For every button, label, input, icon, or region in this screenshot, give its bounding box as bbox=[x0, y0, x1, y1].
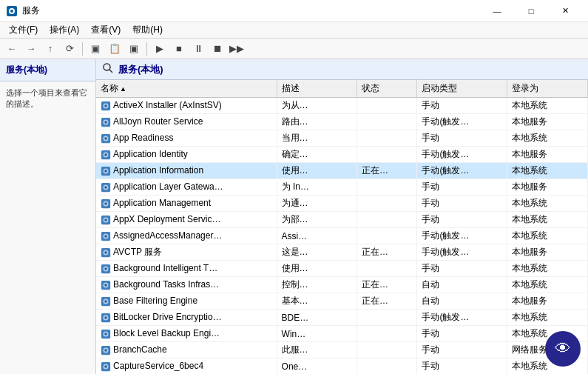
cell-name: Base Filtering Engine bbox=[96, 293, 277, 310]
cell-name: Application Identity bbox=[96, 147, 277, 163]
pause-service-button[interactable]: ⏸ bbox=[189, 41, 207, 57]
svg-point-2 bbox=[10, 10, 13, 13]
table-row[interactable]: ActiveX Installer (AxInstSV) 为从… 手动 本地系统 bbox=[96, 98, 588, 114]
svg-point-16 bbox=[104, 153, 107, 156]
cell-status bbox=[357, 310, 417, 326]
cell-name: ActiveX Installer (AxInstSV) bbox=[96, 98, 277, 114]
stop-service-button[interactable]: ■ bbox=[170, 41, 188, 57]
services-header: 服务(本地) bbox=[96, 59, 588, 80]
cell-desc: 确定… bbox=[277, 147, 356, 163]
col-header-desc[interactable]: 描述 bbox=[277, 80, 356, 98]
cell-startup: 手动(触发… bbox=[417, 114, 507, 130]
table-row[interactable]: BranchCache 此服… 手动 网络服务 bbox=[96, 342, 588, 358]
cell-startup: 手动 bbox=[417, 98, 507, 114]
cell-name: Application Layer Gatewa… bbox=[96, 179, 277, 196]
cell-desc: BDE… bbox=[277, 310, 356, 326]
forward-button[interactable]: → bbox=[22, 41, 40, 57]
cell-desc: One… bbox=[277, 358, 356, 375]
restart-service-button[interactable]: ▶▶ bbox=[228, 41, 246, 57]
menu-help[interactable]: 帮助(H) bbox=[126, 22, 169, 38]
table-row[interactable]: AppX Deployment Servic… 为部… 手动 本地系统 bbox=[96, 212, 588, 228]
help-button[interactable]: ▣ bbox=[125, 41, 143, 57]
table-row[interactable]: AllJoyn Router Service 路由… 手动(触发… 本地服务 bbox=[96, 114, 588, 130]
show-hide-button[interactable]: ▣ bbox=[87, 41, 104, 57]
services-header-icon bbox=[102, 62, 114, 76]
table-row[interactable]: CaptureService_6bec4 One… 手动 本地系统 bbox=[96, 358, 588, 375]
up-button[interactable]: ↑ bbox=[41, 41, 59, 57]
watermark-overlay: 👁 bbox=[545, 331, 581, 367]
table-row[interactable]: Application Management 为通… 手动 本地系统 bbox=[96, 196, 588, 212]
services-header-title: 服务(本地) bbox=[118, 63, 163, 76]
col-header-name[interactable]: 名称▲ bbox=[96, 80, 277, 98]
cell-status bbox=[357, 98, 417, 114]
resume-service-button[interactable]: ⏹ bbox=[209, 41, 226, 57]
table-row[interactable]: BitLocker Drive Encryptio… BDE… 手动(触发… 本… bbox=[96, 310, 588, 326]
maximize-button[interactable]: □ bbox=[514, 0, 548, 22]
cell-startup: 手动 bbox=[417, 130, 507, 147]
right-pane: 服务(本地) 名称▲ 描述 状态 bbox=[96, 59, 588, 374]
cell-logon: 本地系统 bbox=[507, 163, 588, 179]
cell-logon: 本地服务 bbox=[507, 114, 588, 130]
cell-startup: 手动(触发… bbox=[417, 244, 507, 261]
title-bar: 服务 — □ ✕ bbox=[0, 0, 588, 22]
separator-1 bbox=[82, 42, 83, 56]
col-header-status[interactable]: 状态 bbox=[357, 80, 417, 98]
table-row[interactable]: AVCTP 服务 这是… 正在… 手动(触发… 本地服务 bbox=[96, 244, 588, 261]
title-bar-left: 服务 bbox=[6, 4, 40, 17]
table-row[interactable]: Base Filtering Engine 基本… 正在… 自动 本地服务 bbox=[96, 293, 588, 310]
cell-logon: 本地系统 bbox=[507, 261, 588, 277]
table-row[interactable]: Application Identity 确定… 手动(触发… 本地服务 bbox=[96, 147, 588, 163]
svg-point-46 bbox=[104, 316, 107, 319]
table-row[interactable]: AssignedAccessManager… Assi… 手动(触发… 本地系统 bbox=[96, 228, 588, 244]
table-row[interactable]: Application Layer Gatewa… 为 In… 手动 本地服务 bbox=[96, 179, 588, 196]
table-row[interactable]: Block Level Backup Engi… Win… 手动 本地系统 bbox=[96, 326, 588, 342]
svg-point-10 bbox=[104, 121, 107, 124]
left-pane-description: 选择一个项目来查看它的描述。 bbox=[0, 81, 95, 374]
svg-point-7 bbox=[104, 104, 107, 107]
refresh-button[interactable]: ⟳ bbox=[61, 41, 78, 57]
menu-action[interactable]: 操作(A) bbox=[44, 22, 85, 38]
menu-file[interactable]: 文件(F) bbox=[3, 22, 44, 38]
cell-logon: 本地系统 bbox=[507, 212, 588, 228]
svg-point-40 bbox=[104, 284, 107, 287]
table-row[interactable]: Application Information 使用… 正在… 手动(触发… 本… bbox=[96, 163, 588, 179]
start-service-button[interactable]: ▶ bbox=[151, 41, 169, 57]
table-row[interactable]: App Readiness 当用… 手动 本地系统 bbox=[96, 130, 588, 147]
back-button[interactable]: ← bbox=[3, 41, 21, 57]
cell-logon: 本地系统 bbox=[507, 228, 588, 244]
cell-desc: 此服… bbox=[277, 342, 356, 358]
svg-point-49 bbox=[104, 333, 107, 335]
window-title: 服务 bbox=[22, 4, 40, 17]
properties-button[interactable]: 📋 bbox=[106, 41, 124, 57]
svg-point-37 bbox=[104, 267, 107, 270]
table-row[interactable]: Background Intelligent T… 使用… 手动 本地系统 bbox=[96, 261, 588, 277]
menu-view[interactable]: 查看(V) bbox=[85, 22, 126, 38]
services-tbody: ActiveX Installer (AxInstSV) 为从… 手动 本地系统… bbox=[96, 98, 588, 375]
col-header-startup[interactable]: 启动类型 bbox=[417, 80, 507, 98]
left-pane-header[interactable]: 服务(本地) bbox=[0, 59, 95, 81]
col-header-logon[interactable]: 登录为 bbox=[507, 80, 588, 98]
cell-startup: 手动(触发… bbox=[417, 310, 507, 326]
cell-status bbox=[357, 130, 417, 147]
cell-status: 正在… bbox=[357, 293, 417, 310]
svg-point-31 bbox=[104, 235, 107, 238]
cell-status bbox=[357, 261, 417, 277]
cell-logon: 本地服务 bbox=[507, 293, 588, 310]
cell-desc: 为从… bbox=[277, 98, 356, 114]
cell-logon: 本地系统 bbox=[507, 98, 588, 114]
separator-2 bbox=[146, 42, 147, 56]
svg-point-34 bbox=[104, 251, 107, 254]
table-row[interactable]: Background Tasks Infras… 控制… 正在… 自动 本地系统 bbox=[96, 277, 588, 293]
minimize-button[interactable]: — bbox=[480, 0, 514, 22]
services-table-container[interactable]: 名称▲ 描述 状态 启动类型 登录为 bbox=[96, 80, 588, 374]
cell-logon: 本地服务 bbox=[507, 179, 588, 196]
table-header-row: 名称▲ 描述 状态 启动类型 登录为 bbox=[96, 80, 588, 98]
cell-logon: 本地系统 bbox=[507, 130, 588, 147]
cell-desc: 基本… bbox=[277, 293, 356, 310]
cell-name: AllJoyn Router Service bbox=[96, 114, 277, 130]
cell-logon: 本地服务 bbox=[507, 147, 588, 163]
svg-point-25 bbox=[104, 202, 107, 205]
svg-point-19 bbox=[104, 170, 107, 173]
cell-name: BranchCache bbox=[96, 342, 277, 358]
close-button[interactable]: ✕ bbox=[548, 0, 582, 22]
